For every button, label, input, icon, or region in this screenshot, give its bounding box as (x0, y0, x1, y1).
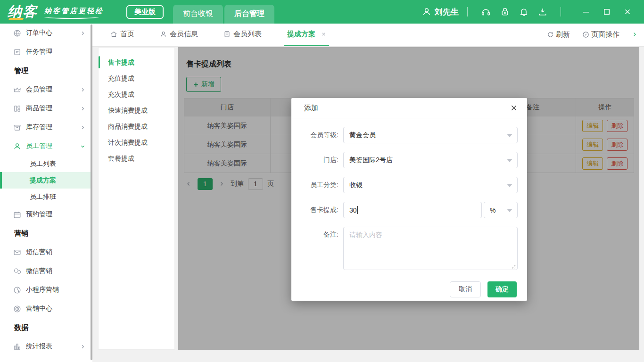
lock-icon[interactable] (500, 7, 510, 16)
modal-footer: 取消 确定 (291, 281, 517, 297)
store-label: 门店: (291, 156, 339, 165)
header-divider (467, 7, 468, 16)
remark-placeholder: 请输入内容 (349, 231, 382, 239)
bell-icon[interactable] (519, 7, 528, 16)
header-tab-backoffice[interactable]: 后台管理 (224, 5, 274, 24)
sidebar-section-data: 数据 (0, 318, 92, 337)
crown-icon (13, 86, 21, 94)
add-commission-modal: 添加 会员等级: 黄金会员 门店: 美姿国际2号店 员工分类: 收银 (291, 98, 527, 301)
submenu-item-recharge-times[interactable]: 充次提成 (99, 86, 174, 102)
bar-chart-icon (13, 343, 21, 351)
sidebar-item-statistics[interactable]: 统计报表 (0, 337, 92, 356)
commission-field: 售卡提成: 30 % (291, 202, 518, 218)
brand-slogan: 纳客管店更轻松 (44, 7, 104, 19)
dropdown-arrow-icon (507, 184, 512, 187)
submenu-item-package[interactable]: 套餐提成 (99, 150, 174, 166)
submenu-item-quick-consume[interactable]: 快速消费提成 (99, 102, 174, 118)
sidebar-item-wechat-marketing[interactable]: 微信营销 (0, 262, 92, 280)
sidebar-section-management: 管理 (0, 61, 92, 80)
chevron-right-icon (80, 125, 85, 130)
sidebar-item-appointments[interactable]: 预约管理 (0, 205, 92, 224)
member-level-label: 会员等级: (291, 131, 339, 140)
member-level-select[interactable]: 黄金会员 (343, 127, 518, 143)
sidebar-item-orders[interactable]: 订单中心 (0, 24, 92, 42)
collapse-chevron-icon[interactable] (632, 32, 637, 37)
submenu-item-recharge[interactable]: 充值提成 (99, 70, 174, 86)
sidebar-item-miniprogram-marketing[interactable]: 小程序营销 (0, 280, 92, 299)
sidebar-subitem-staff-schedule[interactable]: 员工排班 (0, 189, 92, 205)
header-tab-frontdesk[interactable]: 前台收银 (173, 5, 223, 24)
main-sidebar: 订单中心 任务管理 管理 会员管理 商品管理 库存管理 员工管理 员工列表 提成… (0, 24, 92, 362)
resize-handle[interactable] (512, 264, 516, 269)
sidebar-item-products[interactable]: 商品管理 (0, 99, 92, 118)
remark-label: 备注: (291, 227, 339, 239)
person-icon (13, 142, 21, 150)
tab-member-list[interactable]: 会员列表 (221, 24, 264, 46)
sidebar-subitem-commission-plan[interactable]: 提成方案 (0, 172, 92, 189)
refresh-icon (547, 31, 554, 38)
modal-header: 添加 (291, 98, 527, 118)
commission-input[interactable]: 30 (343, 202, 482, 218)
maximize-button[interactable] (603, 8, 611, 16)
chevron-right-icon (80, 106, 85, 111)
document-list-icon (223, 31, 231, 38)
globe-icon (13, 29, 21, 37)
submenu-item-product-consume[interactable]: 商品消费提成 (99, 118, 174, 134)
chevron-right-icon (80, 344, 85, 349)
close-window-button[interactable] (623, 8, 632, 16)
mail-icon (13, 248, 21, 256)
app-header: 纳客 纳客管店更轻松 美业版 前台收银 后台管理 刘先生 (0, 0, 644, 24)
user-menu[interactable]: 刘先生 (422, 7, 459, 17)
sidebar-subitem-staff-list[interactable]: 员工列表 (0, 156, 92, 172)
sidebar-item-tasks[interactable]: 任务管理 (0, 42, 92, 61)
refresh-button[interactable]: 刷新 (547, 30, 570, 39)
close-tab-icon[interactable] (321, 32, 326, 37)
member-level-field: 会员等级: 黄金会员 (291, 127, 518, 143)
store-field: 门店: 美姿国际2号店 (291, 152, 518, 168)
page-tabbar: 首页 会员信息 会员列表 提成方案 刷新 页面操作 (92, 24, 644, 47)
tab-member-info[interactable]: 会员信息 (157, 24, 201, 46)
tab-home[interactable]: 首页 (107, 24, 137, 46)
user-icon (422, 7, 431, 16)
sidebar-item-members[interactable]: 会员管理 (0, 80, 92, 99)
sidebar-item-staff[interactable]: 员工管理 (0, 137, 92, 156)
sidebar-item-marketing-center[interactable]: 营销中心 (0, 299, 92, 318)
slogan-underline (44, 17, 99, 19)
header-nav: 前台收银 后台管理 (173, 0, 276, 24)
workspace: 售卡提成 充值提成 充次提成 快速消费提成 商品消费提成 计次消费提成 套餐提成… (92, 47, 644, 362)
staff-category-select[interactable]: 收银 (343, 177, 518, 193)
chevron-down-icon (80, 144, 85, 149)
commission-unit-select[interactable]: % (484, 202, 518, 218)
download-icon[interactable] (538, 7, 547, 16)
cancel-button[interactable]: 取消 (450, 281, 481, 297)
modal-title: 添加 (304, 104, 318, 113)
store-select[interactable]: 美姿国际2号店 (343, 152, 518, 168)
page-operations-icon (582, 31, 589, 38)
header-right: 刘先生 (422, 0, 644, 24)
tab-commission-plan[interactable]: 提成方案 (284, 24, 329, 46)
goods-icon (13, 105, 21, 113)
headset-support-icon[interactable] (481, 7, 491, 17)
tabbar-actions: 刷新 页面操作 (547, 24, 637, 45)
staff-category-field: 员工分类: 收银 (291, 177, 518, 193)
confirm-button[interactable]: 确定 (487, 281, 517, 297)
edition-badge[interactable]: 美业版 (126, 5, 164, 19)
dropdown-arrow-icon (507, 209, 512, 212)
minimize-button[interactable] (582, 8, 590, 16)
person-icon (160, 31, 167, 38)
sidebar-item-inventory[interactable]: 库存管理 (0, 118, 92, 137)
chevron-right-icon (80, 87, 85, 92)
sidebar-scrollbar[interactable] (91, 25, 92, 360)
sidebar-item-sms-marketing[interactable]: 短信营销 (0, 243, 92, 262)
sidebar-item-cutoff[interactable] (0, 356, 92, 362)
brand-logo: 纳客 纳客管店更轻松 (8, 2, 104, 22)
storage-box-icon (13, 123, 21, 132)
logo-accent-mark (8, 18, 24, 20)
page-operations-button[interactable]: 页面操作 (582, 30, 619, 39)
remark-textarea[interactable]: 请输入内容 (343, 227, 518, 270)
remark-field: 备注: 请输入内容 (291, 227, 518, 270)
submenu-item-card-sale[interactable]: 售卡提成 (99, 54, 174, 70)
submenu-item-count-consume[interactable]: 计次消费提成 (99, 134, 174, 150)
sidebar-section-marketing: 营销 (0, 224, 92, 243)
close-modal-icon[interactable] (510, 104, 518, 112)
